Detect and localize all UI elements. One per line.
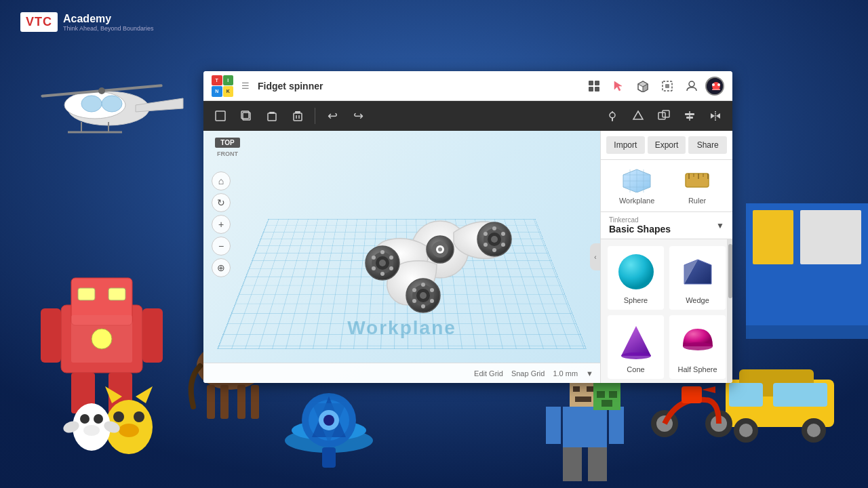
svg-point-126 [484,243,488,247]
select-btn[interactable] [608,75,629,97]
zoom-out-btn[interactable]: − [212,237,231,256]
box-select-btn[interactable] [656,75,678,97]
view-label-top: TOP FRONT [212,138,243,160]
logo-n: N [212,86,222,97]
svg-marker-108 [633,111,643,119]
fidget-spinner [345,175,535,324]
shape-btn[interactable] [627,104,650,127]
view-label-top-text: TOP [215,138,239,148]
svg-point-95 [717,83,720,86]
svg-point-141 [420,292,427,299]
delete-btn[interactable] [286,104,309,127]
export-btn[interactable]: Export [648,136,686,154]
group-btn[interactable] [652,104,675,127]
shape-wedge[interactable]: Wedge [669,246,726,310]
svg-rect-101 [268,113,276,121]
undo-btn[interactable]: ↩ [321,104,344,127]
panel-top-buttons: Import Export Share [601,131,732,160]
3d-view-btn[interactable] [632,75,654,97]
grid-view-btn[interactable] [583,75,605,97]
svg-rect-113 [686,117,693,119]
svg-rect-109 [658,113,665,119]
svg-point-121 [491,236,498,243]
shape-sphere[interactable]: Sphere [608,246,664,310]
workplane-label: Workplane [619,197,654,205]
panel-scrollbar[interactable] [727,239,732,383]
document-title: Fidget spinner [258,81,575,92]
svg-point-127 [484,232,488,236]
logo-k: K [223,86,234,97]
svg-point-124 [501,243,505,247]
category-selector[interactable]: Tinkercad Basic Shapes ▼ [601,212,732,239]
svg-marker-115 [711,113,715,119]
zoom-in-btn[interactable]: + [212,215,231,234]
svg-rect-83 [595,81,599,85]
svg-point-122 [492,226,496,230]
svg-rect-84 [589,87,593,92]
shapes-panel: Sphere [601,239,732,383]
svg-point-146 [412,299,416,303]
vtc-logo: VTC Academy Think Ahead, Beyond Boundari… [20,12,154,32]
rotate-nav-btn[interactable]: ↻ [212,193,231,212]
collapse-panel-btn[interactable]: ‹ [590,243,600,270]
copy-shapes-btn[interactable] [235,104,258,127]
shape-half-sphere[interactable]: Half Sphere [669,315,726,379]
half-sphere-label: Half Sphere [677,365,717,373]
svg-point-147 [412,288,416,292]
svg-point-137 [372,256,376,260]
svg-point-171 [683,342,713,350]
fit-btn[interactable]: ⊕ [212,258,231,277]
snap-grid-value: 1.0 mm [553,369,578,378]
workplane-ruler-row: Workplane Ruler [601,160,732,212]
category-sub: Tinkercad [609,216,671,224]
ruler-tool[interactable]: Ruler [680,167,714,205]
scrollbar-thumb[interactable] [728,244,732,298]
ruler-label: Ruler [688,197,706,205]
category-main: Basic Shapes [609,224,671,235]
workplane-icon [620,167,654,194]
category-info: Tinkercad Basic Shapes [609,216,671,235]
new-btn[interactable] [209,104,232,127]
svg-point-170 [621,352,651,359]
user-btn[interactable] [681,75,703,97]
viewport[interactable]: TOP FRONT ⌂ ↻ + − ⊕ Workplane [203,131,600,383]
svg-point-131 [379,260,386,266]
svg-point-94 [712,83,715,86]
redo-btn[interactable]: ↪ [347,104,370,127]
shapes-grid: Sphere [601,239,732,383]
avatar[interactable] [705,77,724,96]
svg-point-125 [492,248,496,252]
svg-rect-96 [712,89,720,90]
mirror-btn[interactable] [704,104,727,127]
title-bar: T I N K ☰ Fidget spinner [203,71,732,101]
tinkercad-logo: T I N K [212,75,233,97]
svg-point-134 [389,266,393,270]
import-btn[interactable]: Import [606,136,645,154]
svg-rect-90 [665,84,669,88]
edit-grid-label[interactable]: Edit Grid [474,369,503,378]
light-btn[interactable] [601,104,624,127]
svg-point-142 [421,283,425,287]
svg-point-91 [689,81,694,87]
academy-text: Academy Think Ahead, Beyond Boundaries [63,13,154,32]
tinkercad-window: T I N K ☰ Fidget spinner [203,71,732,383]
main-toolbar: ↩ ↪ [203,101,732,131]
shape-cone[interactable]: Cone [608,315,664,379]
svg-point-123 [501,232,505,236]
svg-marker-116 [716,113,720,119]
workplane-tool[interactable]: Workplane [619,167,654,205]
svg-point-132 [380,250,384,254]
svg-rect-103 [294,113,302,121]
paste-btn[interactable] [260,104,283,127]
home-nav-btn[interactable]: ⌂ [212,171,231,190]
svg-point-165 [618,254,654,289]
svg-point-106 [610,113,615,118]
share-btn[interactable]: Share [688,136,727,154]
align-btn[interactable] [678,104,701,127]
category-dropdown-arrow[interactable]: ▼ [716,221,724,230]
svg-point-136 [372,266,376,270]
view-label-front: FRONT [212,149,243,159]
snap-arrow[interactable]: ▼ [586,369,593,378]
menu-icon[interactable]: ☰ [241,81,250,91]
svg-rect-97 [216,111,225,121]
